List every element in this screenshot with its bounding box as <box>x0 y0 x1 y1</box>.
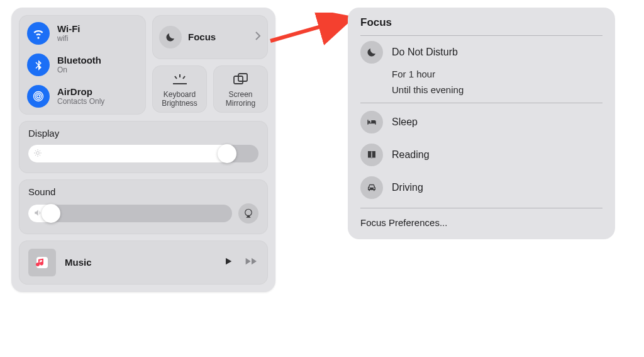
airplay-audio-button[interactable] <box>238 203 258 224</box>
sound-card: Sound <box>19 179 268 234</box>
speaker-icon <box>33 208 42 218</box>
wifi-title: Wi-Fi <box>57 23 80 34</box>
moon-icon <box>159 26 182 48</box>
car-icon <box>360 176 383 199</box>
focus-label: Focus <box>188 31 216 42</box>
reading-label: Reading <box>392 149 430 161</box>
driving-item[interactable]: Driving <box>360 171 602 204</box>
fast-forward-icon <box>245 256 258 266</box>
svg-line-5 <box>175 76 177 79</box>
svg-line-20 <box>270 19 348 41</box>
sound-slider[interactable] <box>28 205 232 222</box>
airdrop-status: Contacts Only <box>57 98 104 106</box>
music-label: Music <box>65 257 92 268</box>
focus-popover-title: Focus <box>360 16 602 36</box>
airdrop-icon <box>27 85 50 108</box>
display-card: Display <box>19 121 268 173</box>
focus-button[interactable]: Focus <box>152 15 268 59</box>
wifi-item[interactable]: Wi-Fi wifi <box>27 22 138 45</box>
bluetooth-icon <box>27 54 50 76</box>
reading-item[interactable]: Reading <box>360 139 602 171</box>
sound-label: Sound <box>28 186 258 197</box>
play-button[interactable] <box>223 256 233 269</box>
screen-mirroring-label: Screen Mirroring <box>216 91 265 108</box>
book-icon <box>360 144 383 166</box>
keyboard-brightness-label: Keyboard Brightness <box>155 91 204 108</box>
svg-line-6 <box>183 76 185 79</box>
focus-popover: Focus Do Not Disturb For 1 hour Until th… <box>348 8 615 239</box>
wifi-status: wifi <box>57 35 80 43</box>
airdrop-item[interactable]: AirDrop Contacts Only <box>27 85 138 108</box>
chevron-right-icon <box>255 31 261 43</box>
bed-icon <box>360 111 383 133</box>
airplay-audio-icon <box>243 208 254 219</box>
driving-label: Driving <box>392 182 423 193</box>
connectivity-card: Wi-Fi wifi Bluetooth On AirDrop <box>19 15 146 115</box>
svg-point-1 <box>35 93 42 99</box>
svg-point-18 <box>245 209 252 216</box>
dnd-option-1hour[interactable]: For 1 hour <box>392 69 602 79</box>
svg-point-0 <box>37 95 40 98</box>
next-button[interactable] <box>245 256 258 269</box>
bluetooth-status: On <box>57 66 101 75</box>
screen-mirroring-icon <box>233 71 249 88</box>
bluetooth-title: Bluetooth <box>57 55 101 65</box>
music-app-artwork <box>28 249 56 276</box>
bluetooth-text: Bluetooth On <box>57 55 101 74</box>
sleep-item[interactable]: Sleep <box>360 106 602 139</box>
display-slider[interactable] <box>28 145 258 162</box>
play-icon <box>223 256 233 266</box>
control-center-panel: Wi-Fi wifi Bluetooth On AirDrop <box>11 8 275 292</box>
now-playing-card[interactable]: Music <box>19 241 268 285</box>
dnd-option-until-evening[interactable]: Until this evening <box>392 84 602 95</box>
display-label: Display <box>28 128 258 139</box>
keyboard-brightness-tile[interactable]: Keyboard Brightness <box>152 65 207 113</box>
dnd-label: Do Not Disturb <box>392 47 458 58</box>
keyboard-brightness-icon <box>170 71 189 88</box>
focus-preferences-link[interactable]: Focus Preferences... <box>360 213 602 229</box>
airdrop-text: AirDrop Contacts Only <box>57 86 104 106</box>
moon-icon <box>360 41 383 64</box>
sound-slider-thumb[interactable] <box>42 204 60 223</box>
wifi-text: Wi-Fi wifi <box>57 23 80 43</box>
svg-line-16 <box>35 155 36 156</box>
sun-icon <box>33 149 42 159</box>
sleep-label: Sleep <box>392 116 418 128</box>
bluetooth-item[interactable]: Bluetooth On <box>27 54 138 76</box>
dnd-item[interactable]: Do Not Disturb <box>360 36 602 69</box>
svg-line-14 <box>35 150 36 151</box>
svg-line-17 <box>40 150 40 151</box>
wifi-icon <box>27 22 50 45</box>
svg-point-9 <box>36 152 40 155</box>
music-note-icon <box>35 255 50 270</box>
airdrop-title: AirDrop <box>57 86 104 97</box>
arrow-annotation <box>267 13 358 50</box>
screen-mirroring-tile[interactable]: Screen Mirroring <box>213 65 268 113</box>
svg-line-15 <box>40 155 40 156</box>
display-slider-thumb[interactable] <box>218 144 236 163</box>
